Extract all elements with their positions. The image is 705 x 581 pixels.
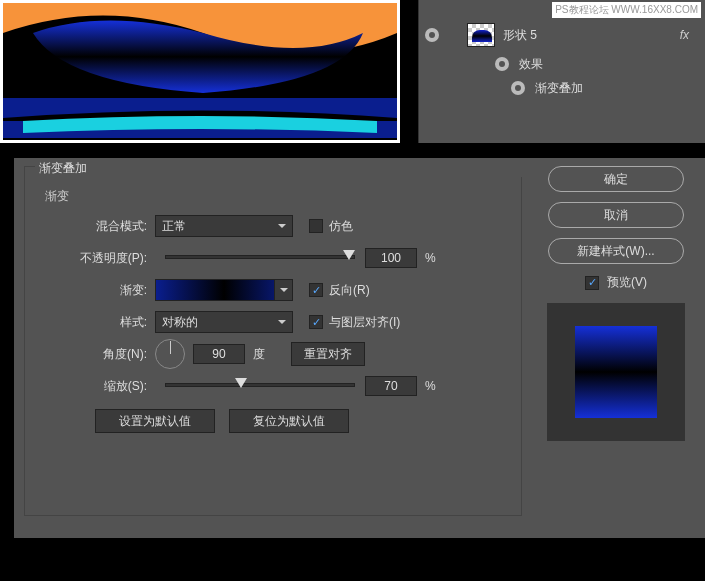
layer-style-dialog: 渐变叠加 渐变 混合模式: 正常 仿色 不透明度(P): 100 % 渐变: 反… bbox=[14, 158, 705, 538]
style-select[interactable]: 对称的 bbox=[155, 311, 293, 333]
section-label: 渐变 bbox=[45, 188, 521, 205]
gradient-picker[interactable] bbox=[155, 279, 293, 301]
cancel-button[interactable]: 取消 bbox=[548, 202, 684, 228]
fx-badge[interactable]: fx bbox=[680, 28, 689, 42]
watermark: PS教程论坛 WWW.16XX8.COM bbox=[552, 2, 701, 18]
ok-button[interactable]: 确定 bbox=[548, 166, 684, 192]
reset-default-button[interactable]: 复位为默认值 bbox=[229, 409, 349, 433]
dialog-title: 渐变叠加 bbox=[35, 160, 531, 177]
scale-slider[interactable] bbox=[165, 383, 355, 389]
layer-name[interactable]: 形状 5 bbox=[503, 27, 537, 44]
reset-align-button[interactable]: 重置对齐 bbox=[291, 342, 365, 366]
chevron-down-icon[interactable] bbox=[274, 280, 292, 300]
visibility-eye-icon[interactable] bbox=[511, 81, 525, 95]
reverse-checkbox[interactable] bbox=[309, 283, 323, 297]
preview-swatch bbox=[547, 303, 685, 441]
dither-checkbox[interactable] bbox=[309, 219, 323, 233]
unit-degree: 度 bbox=[253, 346, 265, 363]
reverse-label: 反向(R) bbox=[329, 282, 370, 299]
canvas-artwork bbox=[0, 0, 400, 143]
angle-dial[interactable] bbox=[155, 339, 185, 369]
style-label: 样式: bbox=[25, 314, 155, 331]
preview-label: 预览(V) bbox=[607, 274, 647, 291]
blend-mode-select[interactable]: 正常 bbox=[155, 215, 293, 237]
layers-panel: PS教程论坛 WWW.16XX8.COM 形状 5 fx 效果 渐变叠加 bbox=[418, 0, 705, 143]
new-style-button[interactable]: 新建样式(W)... bbox=[548, 238, 684, 264]
visibility-eye-icon[interactable] bbox=[425, 28, 439, 42]
scale-input[interactable]: 70 bbox=[365, 376, 417, 396]
align-label: 与图层对齐(I) bbox=[329, 314, 400, 331]
angle-input[interactable]: 90 bbox=[193, 344, 245, 364]
gradient-label: 渐变: bbox=[25, 282, 155, 299]
opacity-slider[interactable] bbox=[165, 255, 355, 261]
dither-label: 仿色 bbox=[329, 218, 353, 235]
visibility-eye-icon[interactable] bbox=[495, 57, 509, 71]
set-default-button[interactable]: 设置为默认值 bbox=[95, 409, 215, 433]
blend-mode-label: 混合模式: bbox=[25, 218, 155, 235]
scale-label: 缩放(S): bbox=[25, 378, 155, 395]
effects-label: 效果 bbox=[519, 56, 543, 73]
unit-percent: % bbox=[425, 379, 436, 393]
unit-percent: % bbox=[425, 251, 436, 265]
opacity-label: 不透明度(P): bbox=[25, 250, 155, 267]
gradient-overlay-effect[interactable]: 渐变叠加 bbox=[535, 80, 583, 97]
align-checkbox[interactable] bbox=[309, 315, 323, 329]
opacity-input[interactable]: 100 bbox=[365, 248, 417, 268]
layer-thumbnail[interactable] bbox=[467, 23, 495, 47]
preview-checkbox[interactable] bbox=[585, 276, 599, 290]
angle-label: 角度(N): bbox=[25, 346, 155, 363]
